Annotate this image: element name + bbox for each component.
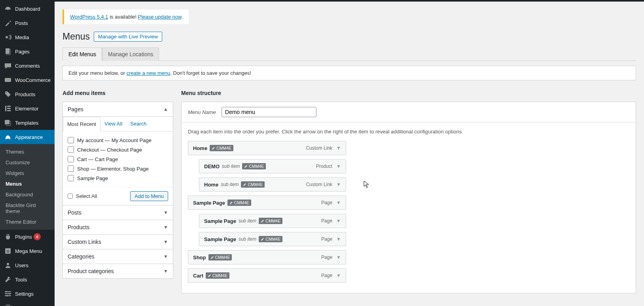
menu-item-title: DEMO	[204, 163, 220, 169]
svg-rect-9	[7, 110, 11, 111]
submenu-item[interactable]: Themes	[0, 146, 55, 157]
menu-structure-item[interactable]: CartCMM4EPage▼	[188, 268, 346, 283]
add-to-menu-button[interactable]: Add to Menu	[130, 191, 168, 201]
accordion-header[interactable]: Product categories▼	[63, 264, 173, 278]
menu-structure-item[interactable]: Sample Pagesub itemCMM4EPage▼	[199, 232, 346, 246]
menu-structure-item[interactable]: Sample Pagesub itemCMM4EPage▼	[199, 214, 346, 228]
expand-item-icon[interactable]: ▼	[336, 236, 341, 242]
menu-item-type: Page	[321, 273, 332, 278]
page-item-label: Sample Page	[77, 175, 108, 181]
sidebar-item-label: Pages	[15, 49, 30, 55]
sidebar-item-appearance[interactable]: Appearance	[0, 130, 55, 144]
expand-item-icon[interactable]: ▼	[336, 163, 341, 169]
menu-structure-item[interactable]: HomeCMM4ECustom Link▼	[188, 141, 346, 155]
accordion-pages-header[interactable]: Pages ▲	[63, 102, 173, 116]
sub-item-label: sub item	[221, 182, 239, 187]
wp-version-link[interactable]: WordPress 5.4.1	[70, 14, 108, 20]
posts-icon	[4, 19, 12, 27]
accordion-header[interactable]: Posts▼	[63, 205, 173, 220]
pages-tab-search[interactable]: Search	[126, 117, 150, 131]
sidebar-item-tools[interactable]: Tools	[0, 272, 55, 287]
expand-item-icon[interactable]: ▼	[336, 273, 341, 278]
menu-structure-item[interactable]: ShopCMM4EPage▼	[188, 250, 346, 264]
menu-structure-item[interactable]: Homesub itemCMM4ECustom Link▼	[199, 177, 346, 192]
page-item-checkbox[interactable]	[68, 175, 74, 181]
expand-item-icon[interactable]: ▼	[336, 182, 341, 187]
sub-item-label: sub item	[239, 218, 256, 224]
sidebar-item-users[interactable]: Users	[0, 258, 55, 272]
submenu-item[interactable]: Widgets	[0, 168, 55, 179]
select-all-wrapper[interactable]: Select All	[68, 193, 97, 199]
submenu-item[interactable]: Blacklite Gird theme	[0, 200, 55, 217]
sidebar-item-plugins[interactable]: Plugins4	[0, 230, 55, 244]
select-all-checkbox[interactable]	[68, 194, 73, 199]
sidebar-item-products[interactable]: Products	[0, 87, 55, 101]
sidebar-item-comments[interactable]: Comments	[0, 59, 55, 73]
svg-rect-4	[5, 78, 11, 82]
page-item-checkbox[interactable]	[68, 156, 74, 162]
accordion-header[interactable]: Products▼	[63, 220, 173, 234]
sidebar-item-mega-menu[interactable]: MMega Menu	[0, 244, 55, 258]
menu-item-title: Sample Page	[204, 236, 236, 242]
update-now-link[interactable]: Please update now	[138, 14, 182, 20]
menu-structure-item[interactable]: DEMOsub itemCMM4EProduct▼	[199, 159, 346, 173]
main-content: WordPress 5.4.1 is available! Please upd…	[55, 2, 644, 306]
page-item[interactable]: Shop — Elementor, Shop Page	[68, 164, 168, 173]
sidebar-item-collapse[interactable]: Collapse menu	[0, 301, 55, 306]
sidebar-item-settings[interactable]: Settings	[0, 287, 55, 301]
cmm4e-badge[interactable]: CMM4E	[241, 181, 265, 188]
manage-live-preview-button[interactable]: Manage with Live Preview	[94, 32, 162, 42]
sidebar-item-label: Products	[15, 91, 35, 97]
submenu-item[interactable]: Menus	[0, 179, 55, 189]
tab-manage-locations[interactable]: Manage Locations	[102, 48, 159, 61]
expand-item-icon[interactable]: ▼	[336, 218, 341, 224]
menu-item-title: Cart	[193, 273, 203, 279]
menu-item-title: Sample Page	[193, 200, 225, 206]
sidebar-item-woocommerce[interactable]: WooCommerce	[0, 73, 55, 87]
submenu-item[interactable]: Customize	[0, 157, 55, 168]
create-new-menu-link[interactable]: create a new menu	[127, 70, 170, 76]
sidebar-item-label: Mega Menu	[15, 248, 42, 254]
page-item[interactable]: Cart — Cart Page	[68, 154, 168, 164]
menu-structure-item[interactable]: Sample PageCMM4EPage▼	[188, 196, 346, 210]
page-item-checkbox[interactable]	[68, 165, 74, 172]
page-item[interactable]: Checkout — Checkout Page	[68, 145, 168, 154]
pages-tab-view-all[interactable]: View All	[100, 117, 126, 131]
page-item[interactable]: Sample Page	[68, 173, 168, 183]
cmm4e-badge[interactable]: CMM4E	[210, 145, 233, 151]
page-item-checkbox[interactable]	[68, 146, 74, 153]
cmm4e-badge[interactable]: CMM4E	[259, 236, 282, 242]
caret-down-icon: ▼	[163, 210, 168, 215]
cmm4e-badge[interactable]: CMM4E	[242, 163, 266, 169]
page-item-label: My account — My Account Page	[77, 137, 152, 143]
accordion-label: Products	[68, 224, 89, 230]
expand-item-icon[interactable]: ▼	[336, 255, 341, 260]
cmm4e-badge[interactable]: CMM4E	[208, 254, 232, 260]
accordion-header[interactable]: Custom Links▼	[63, 234, 173, 249]
cmm4e-badge[interactable]: CMM4E	[206, 272, 229, 279]
sidebar-item-elementor[interactable]: Elementor	[0, 101, 55, 116]
sidebar-item-templates[interactable]: Templates	[0, 116, 55, 130]
select-all-label: Select All	[76, 193, 97, 199]
sidebar-item-label: Users	[15, 262, 28, 268]
svg-point-14	[7, 263, 9, 265]
accordion-header[interactable]: Categories▼	[63, 249, 173, 264]
sidebar-item-posts[interactable]: Posts	[0, 16, 55, 30]
cmm4e-badge[interactable]: CMM4E	[259, 218, 282, 224]
tab-edit-menus[interactable]: Edit Menus	[63, 48, 102, 61]
sidebar-item-dashboard[interactable]: Dashboard	[0, 2, 55, 16]
caret-down-icon: ▼	[163, 224, 168, 230]
sidebar-item-media[interactable]: Media	[0, 30, 55, 44]
pages-tab-recent[interactable]: Most Recent	[63, 117, 100, 131]
submenu-item[interactable]: Theme Editor	[0, 217, 55, 227]
page-title: Menus	[63, 31, 90, 42]
page-item-checkbox[interactable]	[68, 137, 74, 143]
admin-sidebar: DashboardPostsMediaPagesCommentsWooComme…	[0, 2, 55, 306]
cmm4e-badge[interactable]: CMM4E	[227, 200, 251, 206]
menu-name-input[interactable]	[222, 107, 316, 117]
page-item[interactable]: My account — My Account Page	[68, 135, 168, 145]
expand-item-icon[interactable]: ▼	[336, 145, 341, 151]
expand-item-icon[interactable]: ▼	[336, 200, 341, 205]
sidebar-item-pages[interactable]: Pages	[0, 44, 55, 59]
submenu-item[interactable]: Background	[0, 189, 55, 200]
